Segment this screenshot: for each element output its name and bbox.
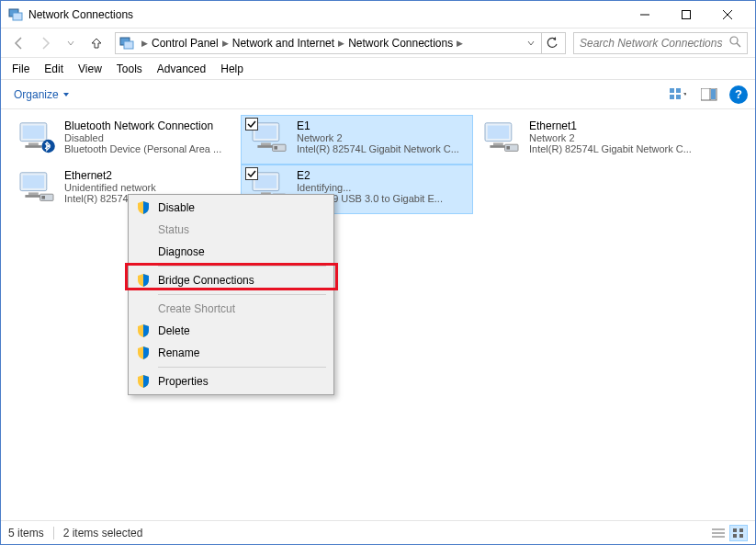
connection-item-bluetooth[interactable]: Bluetooth Network Connection Disabled Bl…	[8, 115, 241, 165]
shield-icon	[136, 346, 151, 360]
search-input[interactable]	[580, 37, 728, 50]
connection-name: E2	[297, 169, 467, 182]
content-area: Bluetooth Network Connection Disabled Bl…	[1, 109, 755, 521]
connection-item-ethernet1[interactable]: Ethernet1 Network 2 Intel(R) 82574L Giga…	[473, 115, 705, 165]
separator	[158, 367, 326, 368]
refresh-button[interactable]	[541, 33, 561, 53]
chevron-down-icon	[62, 91, 70, 98]
connection-item-e1[interactable]: E1 Network 2 Intel(R) 82574L Gigabit Net…	[241, 115, 473, 165]
shield-icon	[136, 374, 151, 389]
ctx-delete[interactable]: Delete	[130, 320, 332, 342]
titlebar: Network Connections	[1, 1, 755, 28]
forward-button[interactable]	[34, 32, 56, 54]
address-bar[interactable]: ▶ Control Panel ▶ Network and Internet ▶…	[115, 32, 566, 54]
svg-rect-41	[255, 176, 276, 188]
menu-view[interactable]: View	[71, 61, 109, 77]
maximize-button[interactable]	[665, 2, 706, 28]
svg-rect-50	[739, 528, 743, 532]
selected-count: 2 items selected	[63, 527, 143, 539]
window-controls	[624, 2, 748, 28]
svg-rect-19	[28, 142, 39, 145]
svg-rect-30	[493, 142, 503, 145]
ctx-diagnose[interactable]: Diagnose	[130, 241, 332, 263]
navbar: ▶ Control Panel ▶ Network and Internet ▶…	[1, 28, 755, 58]
statusbar: 5 items 2 items selected	[1, 520, 755, 544]
svg-rect-16	[711, 89, 716, 99]
chevron-right-icon: ▶	[338, 39, 344, 48]
ctx-rename[interactable]: Rename	[130, 342, 332, 364]
menu-tools[interactable]: Tools	[109, 61, 150, 77]
large-icons-view-button[interactable]	[729, 525, 748, 541]
menu-advanced[interactable]: Advanced	[150, 61, 213, 77]
menu-edit[interactable]: Edit	[37, 61, 71, 77]
address-dropdown[interactable]	[523, 35, 539, 51]
ctx-properties[interactable]: Properties	[130, 370, 332, 392]
context-menu: Disable Status Diagnose Bridge Connectio…	[128, 194, 334, 395]
ctx-bridge-connections[interactable]: Bridge Connections	[130, 269, 332, 291]
connection-status: Identifying...	[297, 182, 467, 193]
window-title: Network Connections	[28, 8, 624, 21]
ctx-label: Status	[158, 223, 189, 236]
connection-device: Intel(R) 82574L Gigabit Network C...	[297, 143, 467, 154]
ctx-label: Create Shortcut	[158, 302, 235, 315]
ctx-label: Delete	[158, 324, 190, 337]
svg-rect-7	[124, 41, 133, 49]
close-button[interactable]	[706, 2, 748, 28]
breadcrumb-network-internet[interactable]: Network and Internet	[232, 37, 334, 50]
ctx-disable[interactable]: Disable	[130, 197, 332, 219]
svg-rect-37	[25, 195, 41, 198]
ctx-label: Properties	[158, 375, 209, 388]
svg-rect-24	[261, 142, 271, 145]
separator	[158, 266, 326, 267]
bluetooth-adapter-icon	[15, 119, 59, 156]
svg-rect-27	[274, 146, 277, 150]
view-options-button[interactable]	[667, 84, 689, 106]
location-icon	[119, 36, 134, 51]
details-view-button[interactable]	[709, 525, 728, 541]
ctx-label: Disable	[158, 201, 195, 214]
organize-label: Organize	[14, 88, 59, 101]
connection-device: Bluetooth Device (Personal Area ...	[64, 143, 234, 154]
preview-pane-button[interactable]	[698, 84, 720, 106]
ethernet-adapter-icon	[15, 169, 59, 206]
svg-rect-20	[25, 145, 41, 148]
ctx-status: Status	[130, 219, 332, 241]
recent-dropdown[interactable]	[60, 32, 82, 54]
svg-rect-33	[506, 146, 510, 150]
connection-name: Ethernet2	[64, 169, 234, 182]
breadcrumb-control-panel[interactable]: Control Panel	[152, 37, 219, 50]
svg-rect-25	[257, 145, 274, 148]
up-button[interactable]	[85, 32, 107, 54]
help-button[interactable]: ?	[729, 85, 748, 104]
ctx-label: Rename	[158, 346, 199, 359]
svg-line-9	[737, 43, 740, 47]
svg-rect-31	[490, 145, 506, 148]
item-count: 5 items	[8, 527, 44, 539]
connection-name: Bluetooth Network Connection	[64, 119, 234, 132]
menubar: File Edit View Tools Advanced Help	[1, 58, 755, 80]
menu-help[interactable]: Help	[213, 61, 251, 77]
svg-rect-49	[733, 528, 737, 532]
organize-button[interactable]: Organize	[8, 86, 75, 103]
selection-checkbox[interactable]	[245, 167, 258, 180]
toolbar: Organize ?	[1, 80, 755, 109]
breadcrumb[interactable]: ▶ Control Panel ▶ Network and Internet ▶…	[138, 37, 523, 50]
menu-file[interactable]: File	[5, 61, 37, 77]
ctx-label: Diagnose	[158, 245, 205, 258]
selection-checkbox[interactable]	[245, 118, 258, 131]
connection-status: Network 2	[529, 132, 699, 143]
svg-point-8	[730, 37, 738, 44]
minimize-button[interactable]	[624, 2, 665, 28]
svg-rect-52	[739, 534, 743, 538]
shield-icon	[136, 324, 151, 338]
ctx-label: Bridge Connections	[158, 274, 254, 287]
view-mode-toggle	[709, 525, 748, 541]
back-button[interactable]	[8, 32, 30, 54]
shield-icon	[136, 200, 151, 215]
connection-status: Network 2	[297, 132, 467, 143]
search-box[interactable]	[573, 32, 748, 54]
breadcrumb-network-connections[interactable]: Network Connections	[348, 37, 453, 50]
ethernet-adapter-icon	[480, 119, 524, 156]
ethernet-adapter-icon	[247, 119, 291, 156]
svg-rect-1	[13, 13, 22, 20]
